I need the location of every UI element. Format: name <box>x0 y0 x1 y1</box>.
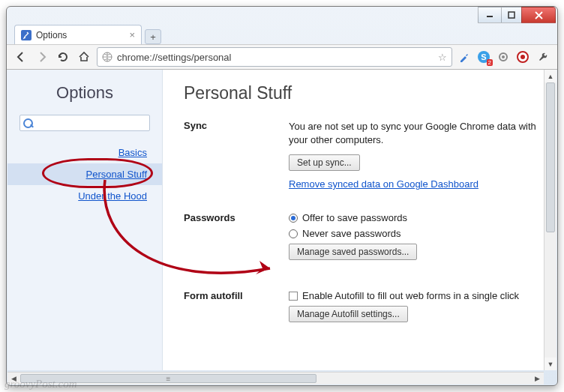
form-autofill-section: Form autofill Enable Autofill to fill ou… <box>184 290 556 330</box>
never-save-passwords-radio[interactable]: Never save passwords <box>289 228 556 239</box>
scroll-down-icon[interactable]: ▼ <box>544 358 556 370</box>
horizontal-scrollbar[interactable]: ◀ ≡ ▶ <box>8 372 544 385</box>
page-title: Personal Stuff <box>184 83 556 103</box>
scroll-up-icon[interactable]: ▲ <box>544 70 556 82</box>
extension-badge: 2 <box>487 59 493 66</box>
sync-heading: Sync <box>184 120 289 190</box>
svg-point-7 <box>502 55 505 58</box>
globe-icon <box>102 52 112 62</box>
set-up-sync-button[interactable]: Set up sync... <box>289 154 360 171</box>
scroll-right-icon[interactable]: ▶ <box>531 373 544 385</box>
passwords-heading: Passwords <box>184 212 289 268</box>
content-area: Options Basics Personal Stuff Under the … <box>8 70 556 370</box>
options-favicon-icon <box>21 30 32 40</box>
manage-autofill-button[interactable]: Manage Autofill settings... <box>289 306 408 322</box>
radio-label: Offer to save passwords <box>302 212 407 223</box>
vertical-scrollbar[interactable]: ▲ ▼ <box>544 70 556 370</box>
passwords-section: Passwords Offer to save passwords Never … <box>184 212 556 268</box>
settings-main: Personal Stuff Sync You are not set up t… <box>163 70 556 370</box>
settings-sidebar: Options Basics Personal Stuff Under the … <box>8 70 163 370</box>
wrench-menu-button[interactable] <box>535 49 551 65</box>
radio-label: Never save passwords <box>302 228 401 239</box>
eyedropper-extension-icon[interactable] <box>457 49 472 64</box>
sidebar-item-under-the-hood[interactable]: Under the Hood <box>8 185 162 207</box>
tab-strip: Options × + <box>7 23 557 44</box>
maximize-button[interactable] <box>501 7 522 23</box>
minimize-button[interactable] <box>478 7 502 23</box>
scroll-thumb[interactable] <box>546 82 555 232</box>
offer-save-passwords-radio[interactable]: Offer to save passwords <box>289 212 556 223</box>
url-text: chrome://settings/personal <box>117 52 434 63</box>
checkbox-icon <box>289 292 298 301</box>
address-bar[interactable]: chrome://settings/personal ☆ <box>97 47 452 67</box>
enable-autofill-checkbox[interactable]: Enable Autofill to fill out web forms in… <box>289 290 556 301</box>
autofill-heading: Form autofill <box>184 290 289 330</box>
watermark: groovyPost.com <box>4 378 77 391</box>
sidebar-title: Options <box>8 83 162 103</box>
close-tab-icon[interactable]: × <box>129 29 135 40</box>
tab-options[interactable]: Options × <box>14 25 142 44</box>
home-button[interactable] <box>76 49 92 65</box>
window-titlebar <box>7 7 557 23</box>
close-window-button[interactable] <box>521 7 556 23</box>
tab-title: Options <box>36 30 67 40</box>
svg-rect-0 <box>487 16 493 17</box>
forward-button[interactable] <box>34 49 50 65</box>
sidebar-item-personal-stuff[interactable]: Personal Stuff <box>8 163 162 185</box>
reload-button[interactable] <box>55 49 71 65</box>
remove-synced-data-link[interactable]: Remove synced data on Google Dashboard <box>289 178 478 190</box>
radio-unchecked-icon <box>289 229 298 238</box>
back-button[interactable] <box>13 49 29 65</box>
settings-search-input[interactable] <box>20 115 150 131</box>
browser-window: Options × + chrome://settings/personal ☆… <box>6 6 558 386</box>
sidebar-item-basics[interactable]: Basics <box>8 142 162 163</box>
sync-section: Sync You are not set up to sync your Goo… <box>184 120 556 190</box>
skype-extension-icon[interactable]: S2 <box>476 49 491 64</box>
sync-description: You are not set up to sync your Google C… <box>289 120 556 147</box>
manage-saved-passwords-button[interactable]: Manage saved passwords... <box>289 244 417 260</box>
new-tab-button[interactable]: + <box>145 29 161 44</box>
shield-extension-icon[interactable] <box>515 49 530 64</box>
checkbox-label: Enable Autofill to fill out web forms in… <box>302 290 519 301</box>
svg-text:S: S <box>481 52 486 61</box>
gear-extension-icon[interactable] <box>496 49 511 64</box>
radio-checked-icon <box>289 214 298 223</box>
toolbar: chrome://settings/personal ☆ S2 <box>7 44 557 70</box>
bookmark-star-icon[interactable]: ☆ <box>438 52 447 63</box>
svg-rect-1 <box>508 12 514 18</box>
svg-point-9 <box>520 55 525 59</box>
